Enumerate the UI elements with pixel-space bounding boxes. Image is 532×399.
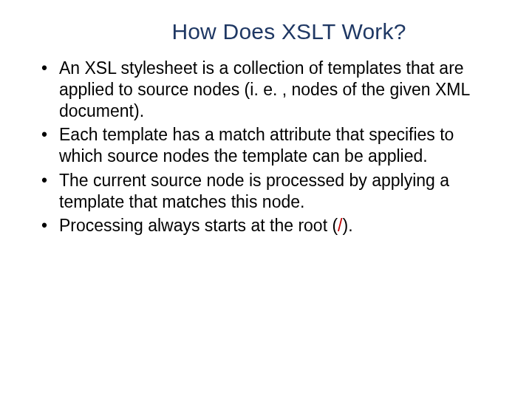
- slide: How Does XSLT Work? An XSL stylesheet is…: [0, 0, 532, 399]
- slide-body: An XSL stylesheet is a collection of tem…: [27, 58, 505, 236]
- bullet-text: Each template has a match attribute that…: [59, 125, 454, 166]
- bullet-text: An XSL stylesheet is a collection of tem…: [59, 58, 469, 120]
- bullet-text-prefix: Processing always starts at the root (: [59, 216, 338, 235]
- slide-title: How Does XSLT Work?: [123, 19, 455, 44]
- list-item: Each template has a match attribute that…: [37, 124, 501, 167]
- bullet-text: The current source node is processed by …: [59, 171, 449, 211]
- bullet-list: An XSL stylesheet is a collection of tem…: [27, 58, 505, 236]
- bullet-text-suffix: ).: [343, 216, 353, 235]
- list-item: Processing always starts at the root (/)…: [37, 215, 501, 236]
- list-item: The current source node is processed by …: [37, 170, 501, 213]
- list-item: An XSL stylesheet is a collection of tem…: [37, 58, 501, 121]
